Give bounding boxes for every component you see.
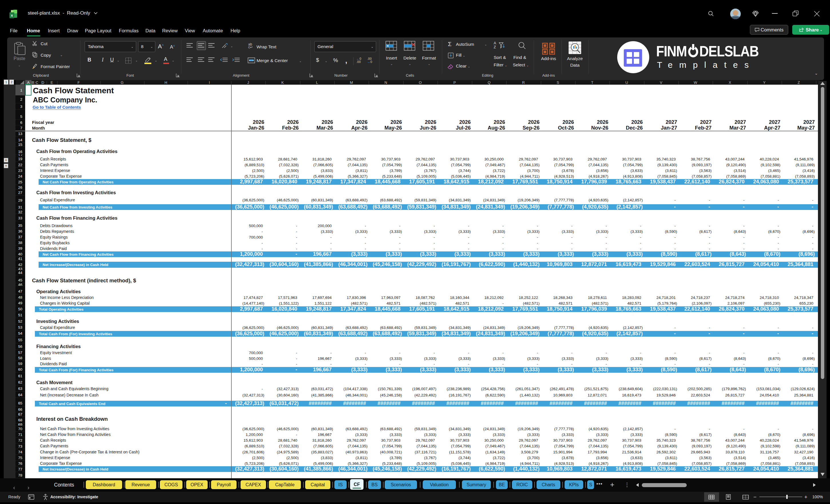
svg-text:x: x <box>11 13 13 18</box>
